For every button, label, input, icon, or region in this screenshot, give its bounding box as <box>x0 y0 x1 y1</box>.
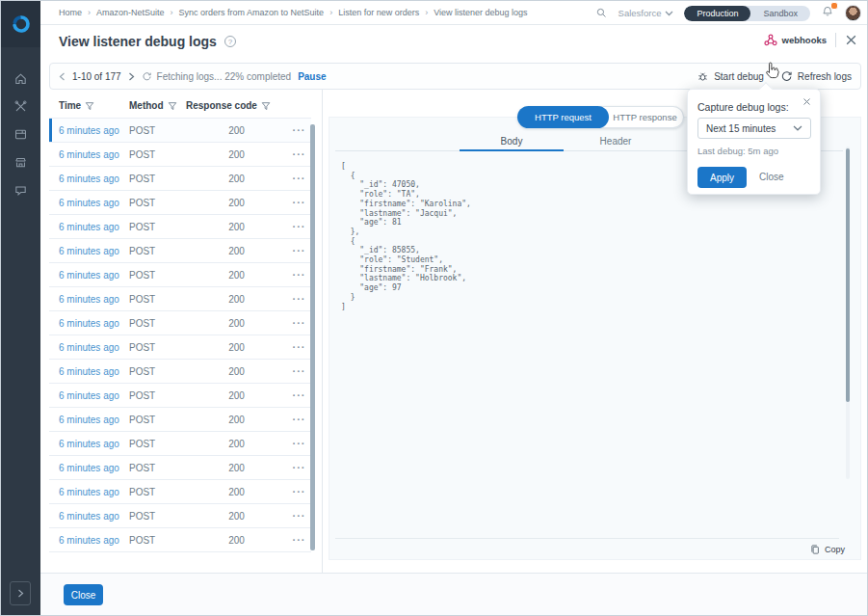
tab-body[interactable]: Body <box>460 131 564 150</box>
log-time-link[interactable]: 6 minutes ago <box>59 198 129 208</box>
log-time-link[interactable]: 6 minutes ago <box>59 246 129 256</box>
table-row[interactable]: 6 minutes ago POST 200 ··· <box>49 239 311 263</box>
notifications-button[interactable] <box>821 5 834 22</box>
row-actions-icon[interactable]: ··· <box>287 173 311 184</box>
topbar: HomeAmazon-NetSuiteSync orders from Amaz… <box>40 1 868 25</box>
filter-time-icon[interactable] <box>85 101 94 111</box>
breadcrumb-item[interactable]: Amazon-NetSuite <box>82 8 165 17</box>
apply-button[interactable]: Apply <box>697 167 747 188</box>
row-actions-icon[interactable]: ··· <box>287 389 311 401</box>
panel-scrollbar[interactable] <box>846 147 850 479</box>
log-time-link[interactable]: 6 minutes ago <box>59 222 129 232</box>
breadcrumb-item[interactable]: View listener debug logs <box>419 8 527 17</box>
row-actions-icon[interactable]: ··· <box>287 414 311 425</box>
copy-divider <box>335 538 839 539</box>
breadcrumb-item[interactable]: Listen for new orders <box>324 8 419 17</box>
table-row[interactable]: 6 minutes ago POST 200 ··· <box>49 432 311 456</box>
table-row[interactable]: 6 minutes ago POST 200 ··· <box>49 384 311 408</box>
table-row[interactable]: 6 minutes ago POST 200 ··· <box>49 408 311 432</box>
log-time-link[interactable]: 6 minutes ago <box>59 415 129 425</box>
page-prev-button[interactable] <box>59 72 66 81</box>
table-scrollbar[interactable] <box>310 124 315 550</box>
table-row[interactable]: 6 minutes ago POST 200 ··· <box>49 143 311 167</box>
row-actions-icon[interactable]: ··· <box>287 197 311 208</box>
table-row[interactable]: 6 minutes ago POST 200 ··· <box>49 504 311 528</box>
row-actions-icon[interactable]: ··· <box>287 438 311 449</box>
table-row[interactable]: 6 minutes ago POST 200 ··· <box>49 119 311 143</box>
search-icon[interactable] <box>595 7 608 19</box>
sidebar-item-integrations[interactable] <box>1 126 40 142</box>
avatar[interactable] <box>845 5 861 21</box>
table-row[interactable]: 6 minutes ago POST 200 ··· <box>49 287 311 311</box>
row-actions-icon[interactable]: ··· <box>287 124 311 136</box>
filter-response-code-icon[interactable] <box>261 101 271 111</box>
row-actions-icon[interactable]: ··· <box>287 245 311 256</box>
row-actions-icon[interactable]: ··· <box>287 317 311 329</box>
log-time-link[interactable]: 6 minutes ago <box>59 366 129 377</box>
log-time-link[interactable]: 6 minutes ago <box>59 487 129 497</box>
table-row[interactable]: 6 minutes ago POST 200 ··· <box>49 215 311 239</box>
notification-badge <box>830 2 838 10</box>
account-selector[interactable]: Salesforce <box>618 8 674 18</box>
row-actions-icon[interactable]: ··· <box>287 221 311 232</box>
environment-production[interactable]: Production <box>684 6 750 21</box>
row-actions-icon[interactable]: ··· <box>287 148 311 160</box>
popover-close-icon[interactable] <box>802 97 811 106</box>
row-actions-icon[interactable]: ··· <box>287 534 311 546</box>
row-actions-icon[interactable]: ··· <box>287 462 311 473</box>
row-actions-icon[interactable]: ··· <box>287 341 311 353</box>
log-time-link[interactable]: 6 minutes ago <box>59 535 129 546</box>
log-time-link[interactable]: 6 minutes ago <box>59 342 129 353</box>
start-debug-button[interactable]: Start debug <box>697 70 764 83</box>
table-row[interactable]: 6 minutes ago POST 200 ··· <box>49 335 311 360</box>
refresh-logs-button[interactable]: Refresh logs <box>780 70 852 83</box>
sidebar-item-home[interactable] <box>1 70 40 86</box>
pause-link[interactable]: Pause <box>298 71 326 82</box>
row-actions-icon[interactable]: ··· <box>287 293 311 305</box>
help-icon[interactable]: ? <box>224 36 236 47</box>
log-time-link[interactable]: 6 minutes ago <box>59 463 129 473</box>
log-time-link[interactable]: 6 minutes ago <box>59 270 129 281</box>
bug-icon <box>697 70 709 83</box>
breadcrumb-item[interactable]: Sync orders from Amazon to NetSuite <box>165 8 325 17</box>
row-actions-icon[interactable]: ··· <box>287 269 311 281</box>
http-request-toggle[interactable]: HTTP request <box>517 106 609 128</box>
log-time-link[interactable]: 6 minutes ago <box>59 174 129 184</box>
log-time-link[interactable]: 6 minutes ago <box>59 390 129 401</box>
sidebar-item-support[interactable] <box>1 182 40 198</box>
sidebar-item-marketplace[interactable] <box>1 154 40 170</box>
row-actions-icon[interactable]: ··· <box>287 510 311 522</box>
table-row[interactable]: 6 minutes ago POST 200 ··· <box>49 456 311 480</box>
page-next-button[interactable] <box>128 72 135 81</box>
log-time-link[interactable]: 6 minutes ago <box>59 318 129 329</box>
environment-sandbox[interactable]: Sandbox <box>750 6 810 21</box>
log-time-link[interactable]: 6 minutes ago <box>59 125 129 136</box>
row-actions-icon[interactable]: ··· <box>287 365 311 377</box>
http-response-toggle[interactable]: HTTP response <box>599 106 684 128</box>
close-button[interactable]: Close <box>64 584 103 605</box>
row-actions-icon[interactable]: ··· <box>287 486 311 497</box>
tab-header[interactable]: Header <box>564 131 668 150</box>
log-time-link[interactable]: 6 minutes ago <box>59 149 129 160</box>
celigo-logo[interactable] <box>1 1 40 47</box>
filter-method-icon[interactable] <box>168 101 177 111</box>
sidebar-expand-button[interactable] <box>10 581 31 605</box>
sidebar <box>1 1 40 616</box>
table-row[interactable]: 6 minutes ago POST 200 ··· <box>49 480 311 504</box>
log-time-link[interactable]: 6 minutes ago <box>59 294 129 305</box>
drawer-close-icon[interactable] <box>845 34 857 46</box>
debug-duration-select[interactable]: Next 15 minutes <box>697 118 811 139</box>
table-row[interactable]: 6 minutes ago POST 200 ··· <box>49 528 311 552</box>
popover-close-button[interactable]: Close <box>759 172 784 182</box>
breadcrumb-item[interactable]: Home <box>59 8 82 17</box>
table-row[interactable]: 6 minutes ago POST 200 ··· <box>49 311 311 335</box>
panel-scrollbar-thumb[interactable] <box>846 148 850 402</box>
copy-button[interactable]: Copy <box>809 544 845 555</box>
table-row[interactable]: 6 minutes ago POST 200 ··· <box>49 191 311 215</box>
log-time-link[interactable]: 6 minutes ago <box>59 511 129 522</box>
table-row[interactable]: 6 minutes ago POST 200 ··· <box>49 263 311 287</box>
table-row[interactable]: 6 minutes ago POST 200 ··· <box>49 360 311 384</box>
table-row[interactable]: 6 minutes ago POST 200 ··· <box>49 167 311 191</box>
log-time-link[interactable]: 6 minutes ago <box>59 439 129 449</box>
sidebar-item-tools[interactable] <box>1 98 40 114</box>
